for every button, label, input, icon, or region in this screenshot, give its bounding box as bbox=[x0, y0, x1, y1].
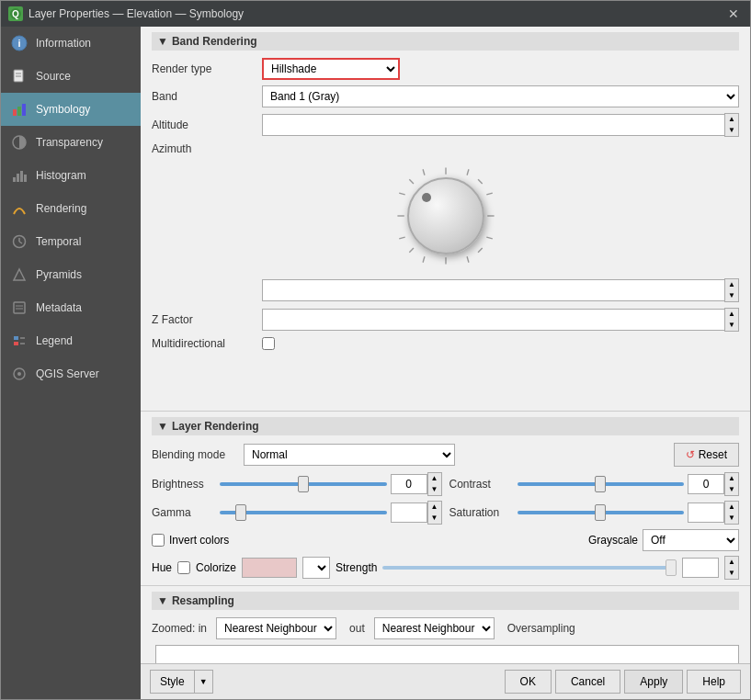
svg-point-27 bbox=[17, 372, 21, 376]
transparency-icon bbox=[10, 133, 28, 152]
strength-value[interactable]: 100% bbox=[682, 558, 719, 578]
svg-line-40 bbox=[399, 193, 404, 195]
gamma-col: Gamma 1.00 ▲ ▼ bbox=[152, 501, 442, 525]
contrast-down[interactable]: ▼ bbox=[725, 484, 738, 495]
histogram-icon bbox=[10, 166, 28, 185]
band-rendering-header: ▼ Band Rendering bbox=[152, 32, 739, 51]
knob-indicator bbox=[422, 193, 431, 202]
sidebar-item-pyramids[interactable]: Pyramids bbox=[1, 258, 141, 291]
contrast-value[interactable]: 0 bbox=[688, 474, 724, 494]
information-icon: i bbox=[10, 34, 28, 52]
sidebar-label-transparency: Transparency bbox=[36, 136, 103, 149]
sidebar-item-rendering[interactable]: Rendering bbox=[1, 192, 141, 225]
cancel-button[interactable]: Cancel bbox=[555, 670, 620, 694]
multidirectional-checkbox[interactable] bbox=[262, 337, 275, 350]
azimuth-input[interactable]: 315.00° bbox=[262, 279, 724, 301]
invert-colors-label: Invert colors bbox=[169, 534, 229, 547]
gamma-down[interactable]: ▼ bbox=[428, 513, 441, 524]
saturation-col: Saturation 0 ▲ ▼ bbox=[449, 501, 740, 525]
band-rendering-area: ▼ Band Rendering Render type HillshadeSi… bbox=[141, 27, 750, 350]
saturation-slider[interactable] bbox=[518, 511, 685, 514]
sidebar-item-histogram[interactable]: Histogram bbox=[1, 159, 141, 192]
svg-line-36 bbox=[423, 169, 425, 175]
sidebar-item-transparency[interactable]: Transparency bbox=[1, 126, 141, 159]
azimuth-up[interactable]: ▲ bbox=[725, 279, 738, 290]
brightness-contrast-row: Brightness 0 ▲ ▼ Contrast bbox=[152, 472, 739, 496]
saturation-down[interactable]: ▼ bbox=[725, 513, 738, 524]
main-window: Q Layer Properties — Elevation — Symbolo… bbox=[0, 0, 751, 700]
resampling-header: ▼ Resampling bbox=[152, 592, 739, 610]
render-type-row: Render type HillshadeSingleband GrayMult… bbox=[152, 58, 739, 80]
azimuth-down[interactable]: ▼ bbox=[725, 290, 738, 301]
gamma-up[interactable]: ▲ bbox=[428, 502, 441, 513]
zoomed-out-select[interactable]: Nearest NeighbourBilinearCubicCubic Spli… bbox=[374, 617, 495, 639]
brightness-slider[interactable] bbox=[220, 482, 387, 486]
sidebar-label-symbology: Symbology bbox=[36, 103, 90, 116]
zoomed-in-select[interactable]: Nearest NeighbourBilinearCubicCubic Spli… bbox=[216, 617, 336, 639]
ok-button[interactable]: OK bbox=[505, 670, 552, 694]
sidebar-item-information[interactable]: i Information bbox=[1, 27, 141, 60]
style-button[interactable]: Style bbox=[150, 670, 195, 694]
zfactor-up[interactable]: ▲ bbox=[725, 309, 738, 320]
oversampling-input[interactable]: 2.00 bbox=[155, 645, 739, 663]
style-dropdown-arrow[interactable]: ▼ bbox=[195, 670, 213, 694]
footer: Style ▼ OK Cancel Apply Help bbox=[141, 663, 750, 699]
close-button[interactable]: ✕ bbox=[724, 5, 743, 23]
svg-line-35 bbox=[478, 248, 483, 253]
strength-down[interactable]: ▼ bbox=[725, 568, 738, 579]
contrast-slider[interactable] bbox=[518, 482, 685, 486]
colorize-checkbox[interactable] bbox=[177, 561, 190, 574]
brightness-down[interactable]: ▼ bbox=[428, 484, 441, 495]
sidebar-item-qgis-server[interactable]: QGIS Server bbox=[1, 357, 141, 390]
svg-line-37 bbox=[467, 169, 469, 175]
brightness-up[interactable]: ▲ bbox=[428, 473, 441, 484]
svg-rect-22 bbox=[14, 336, 18, 340]
blending-mode-label: Blending mode bbox=[152, 448, 244, 461]
titlebar-left: Q Layer Properties — Elevation — Symbolo… bbox=[8, 6, 244, 21]
sidebar-item-temporal[interactable]: Temporal bbox=[1, 225, 141, 258]
strength-slider[interactable] bbox=[382, 566, 677, 570]
brightness-value[interactable]: 0 bbox=[391, 474, 427, 494]
altitude-input[interactable]: 45.00° bbox=[262, 114, 724, 136]
rendering-icon bbox=[10, 199, 28, 218]
grayscale-label: Grayscale bbox=[588, 534, 638, 547]
band-select[interactable]: Band 1 (Gray) bbox=[262, 85, 739, 107]
sidebar: i Information Source Symbology bbox=[1, 27, 141, 699]
band-row: Band Band 1 (Gray) bbox=[152, 85, 739, 107]
gamma-slider[interactable] bbox=[220, 511, 387, 514]
zoomed-out-label: out bbox=[349, 622, 365, 635]
hue-color-picker[interactable] bbox=[242, 558, 297, 578]
sidebar-item-source[interactable]: Source bbox=[1, 60, 141, 93]
azimuth-knob[interactable] bbox=[407, 177, 484, 254]
zfactor-down[interactable]: ▼ bbox=[725, 320, 738, 331]
svg-line-33 bbox=[478, 179, 483, 184]
render-type-select[interactable]: HillshadeSingleband GrayMultiband ColorP… bbox=[262, 58, 400, 80]
zfactor-input[interactable]: 1.00000000 bbox=[262, 309, 724, 331]
gamma-value[interactable]: 1.00 bbox=[391, 502, 427, 523]
blending-mode-select[interactable]: NormalMultiplyScreenOverlayDarkenLighten bbox=[244, 444, 455, 466]
resampling-title: Resampling bbox=[172, 594, 234, 607]
grayscale-wrap: Grayscale OffBy LightnessBy LuminosityBy… bbox=[588, 529, 739, 551]
reset-button[interactable]: ↺ Reset bbox=[674, 443, 739, 467]
help-button[interactable]: Help bbox=[687, 670, 741, 694]
oversampling-label: Oversampling bbox=[507, 622, 575, 635]
altitude-down[interactable]: ▼ bbox=[725, 125, 738, 136]
sidebar-item-symbology[interactable]: Symbology bbox=[1, 93, 141, 126]
grayscale-select[interactable]: OffBy LightnessBy LuminosityBy Average bbox=[643, 529, 739, 551]
saturation-up[interactable]: ▲ bbox=[725, 502, 738, 513]
hue-dropdown[interactable]: ▼ bbox=[302, 557, 330, 579]
svg-line-17 bbox=[19, 242, 22, 243]
brightness-label: Brightness bbox=[152, 478, 216, 491]
gamma-saturation-row: Gamma 1.00 ▲ ▼ Saturation bbox=[152, 501, 739, 525]
sidebar-item-legend[interactable]: Legend bbox=[1, 324, 141, 357]
blending-mode-row: Blending mode NormalMultiplyScreenOverla… bbox=[152, 443, 739, 467]
saturation-value[interactable]: 0 bbox=[688, 502, 724, 523]
altitude-up[interactable]: ▲ bbox=[725, 114, 738, 125]
apply-button[interactable]: Apply bbox=[624, 670, 683, 694]
invert-colors-checkbox[interactable] bbox=[152, 534, 165, 547]
zfactor-spin: ▲ ▼ bbox=[724, 308, 739, 332]
contrast-up[interactable]: ▲ bbox=[725, 473, 738, 484]
strength-up[interactable]: ▲ bbox=[725, 557, 738, 568]
sidebar-item-metadata[interactable]: Metadata bbox=[1, 291, 141, 324]
sidebar-label-legend: Legend bbox=[36, 334, 73, 347]
